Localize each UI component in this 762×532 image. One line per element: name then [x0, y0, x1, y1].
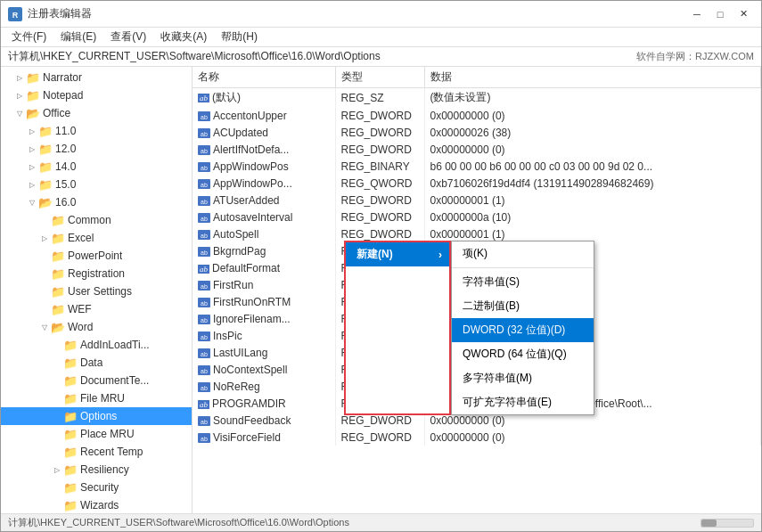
tree-item-15-0[interactable]: ▷📁15.0 — [1, 176, 192, 193]
submenu-item-qword[interactable]: QWORD (64 位值)(Q) — [452, 342, 594, 366]
table-row[interactable]: abAlertIfNotDefa...REG_DWORD0x00000000 (… — [193, 141, 761, 158]
reg-type-icon: ab — [198, 348, 210, 358]
minimize-button[interactable]: ─ — [686, 5, 708, 23]
submenu-item-binary[interactable]: 二进制值(B) — [452, 294, 594, 318]
reg-name-cell: abFirstRunOnRTM — [193, 293, 335, 310]
menu-item-编辑E[interactable]: 编辑(E) — [53, 28, 103, 46]
tree-item-12-0[interactable]: ▷📁12.0 — [1, 140, 192, 158]
menu-item-查看V[interactable]: 查看(V) — [103, 28, 153, 46]
tree-label: Resiliency — [80, 463, 129, 476]
close-button[interactable]: ✕ — [733, 5, 754, 23]
tree-item-registration[interactable]: 📁Registration — [1, 265, 192, 282]
tree-item-narrator[interactable]: ▷📁Narrator — [1, 69, 192, 86]
tree-item-wef[interactable]: 📁WEF — [1, 300, 192, 318]
expander-icon: ▽ — [38, 321, 51, 333]
folder-icon: 📁 — [26, 89, 40, 102]
table-row[interactable]: abATUserAddedREG_DWORD0x00000001 (1) — [193, 192, 761, 209]
reg-type-icon: ab — [198, 433, 210, 443]
tree-label: User Settings — [68, 285, 132, 298]
tree-label: Security — [80, 481, 119, 494]
tree-label: Common — [68, 214, 111, 226]
tree-item-powerpoint[interactable]: 📁PowerPoint — [1, 247, 192, 265]
svg-text:ab: ab — [201, 131, 208, 137]
tree-item-16-0[interactable]: ▽📂16.0 — [1, 193, 192, 211]
folder-icon: 📁 — [38, 125, 53, 137]
menu-bar: 文件(F)编辑(E)查看(V)收藏夹(A)帮助(H) — [1, 28, 761, 47]
reg-type-icon: ab — [198, 128, 210, 138]
tree-label: Data — [80, 356, 102, 369]
tree-item-common[interactable]: 📁Common — [1, 211, 192, 229]
tree-item-addinloadti---[interactable]: 📁AddInLoadTi... — [1, 336, 192, 354]
tree-item-excel[interactable]: ▷📁Excel — [1, 229, 192, 247]
tree-label: Word — [68, 321, 93, 333]
tree-label: Excel — [68, 232, 94, 244]
svg-text:ab: ab — [201, 216, 208, 222]
expander-icon: ▷ — [26, 178, 38, 191]
folder-icon: 📂 — [51, 321, 65, 333]
reg-name-cell: abNoContextSpell — [193, 361, 335, 378]
submenu-item-expandstring[interactable]: 可扩充字符串值(E) — [452, 390, 594, 414]
tree-item-options[interactable]: 📁Options — [1, 407, 192, 425]
expander-icon: ▷ — [26, 160, 38, 173]
svg-text:ab: ab — [201, 283, 208, 290]
folder-icon: 📁 — [51, 232, 65, 244]
tree-label: Options — [80, 410, 117, 422]
app-icon: R — [8, 7, 22, 21]
tree-item-user-settings[interactable]: 📁User Settings — [1, 282, 192, 300]
submenu-item-key[interactable]: 项(K) — [452, 241, 594, 266]
tree-item-documentte---[interactable]: 📁DocumentTe... — [1, 372, 192, 389]
tree-item-data[interactable]: 📁Data — [1, 354, 192, 372]
tree-label: Recent Temp — [80, 446, 143, 458]
expander-icon — [51, 392, 63, 405]
submenu-item-string[interactable]: 字符串值(S) — [452, 270, 594, 294]
reg-type-icon: ab — [198, 400, 209, 409]
reg-name-cell: abIgnoreFilenam... — [193, 310, 335, 327]
tree-item-notepad[interactable]: ▷📁Notepad — [1, 86, 192, 104]
submenu-divider-1 — [452, 267, 594, 268]
table-row[interactable]: abAppWindowPosREG_BINARYb6 00 00 00 b6 0… — [193, 158, 761, 175]
tree-item-wizards[interactable]: 📁Wizards — [1, 496, 192, 513]
folder-icon: 📁 — [63, 410, 78, 422]
menu-item-收藏夹A[interactable]: 收藏夹(A) — [153, 28, 214, 46]
expander-icon: ▷ — [13, 71, 26, 84]
tree-item-resiliency[interactable]: ▷📁Resiliency — [1, 461, 192, 479]
tree-item-security[interactable]: 📁Security — [1, 479, 192, 496]
tree-label: Wizards — [80, 499, 119, 512]
address-bar: 计算机\HKEY_CURRENT_USER\Software\Microsoft… — [1, 47, 761, 67]
tree-label: 11.0 — [55, 125, 76, 137]
expander-icon: ▷ — [13, 89, 26, 102]
menu-item-帮助H[interactable]: 帮助(H) — [214, 28, 265, 46]
svg-text:ab: ab — [201, 233, 208, 239]
reg-data-cell: 0x0000000a (10) — [424, 209, 761, 225]
table-row[interactable]: abAutosaveIntervalREG_DWORD0x0000000a (1… — [193, 209, 761, 225]
table-row[interactable]: abACUpdatedREG_DWORD0x00000026 (38) — [193, 124, 761, 141]
folder-icon: 📁 — [51, 267, 65, 280]
reg-name-cell: abVisiForceField — [193, 429, 335, 446]
tree-item-11-0[interactable]: ▷📁11.0 — [1, 122, 192, 140]
submenu-item-dword[interactable]: DWORD (32 位值)(D) — [452, 318, 594, 342]
tree-item-recent-temp[interactable]: 📁Recent Temp — [1, 443, 192, 461]
reg-name-cell: abACUpdated — [193, 124, 335, 141]
tree-item-file-mru[interactable]: 📁File MRU — [1, 389, 192, 407]
tree-item-office[interactable]: ▽📂Office — [1, 104, 192, 122]
folder-icon: 📁 — [51, 250, 65, 262]
submenu-item-multistring[interactable]: 多字符串值(M) — [452, 366, 594, 390]
tree-item-word[interactable]: ▽📂Word — [1, 318, 192, 336]
reg-name-cell: abAppWindowPos — [193, 158, 335, 175]
reg-type-cell: REG_DWORD — [335, 192, 424, 209]
menu-item-文件F[interactable]: 文件(F) — [4, 28, 53, 46]
new-menu-item[interactable]: 新建(N) › — [346, 242, 449, 266]
table-row[interactable]: abVisiForceFieldREG_DWORD0x00000000 (0) — [193, 429, 761, 446]
table-row[interactable]: abAccentonUpperREG_DWORD0x00000000 (0) — [193, 107, 761, 124]
folder-icon: 📁 — [63, 356, 78, 369]
table-row[interactable]: abAppWindowPo...REG_QWORD0xb7106026f19d4… — [193, 175, 761, 192]
expander-icon — [51, 374, 63, 387]
tree-item-14-0[interactable]: ▷📁14.0 — [1, 158, 192, 176]
maximize-button[interactable]: □ — [709, 5, 731, 23]
reg-name-cell: abLastUILang — [193, 344, 335, 361]
table-row[interactable]: ab(默认)REG_SZ(数值未设置) — [193, 88, 761, 108]
reg-type-icon: ab — [198, 298, 210, 307]
folder-icon: 📂 — [26, 107, 40, 119]
svg-text:ab: ab — [201, 385, 208, 391]
tree-item-place-mru[interactable]: 📁Place MRU — [1, 425, 192, 443]
